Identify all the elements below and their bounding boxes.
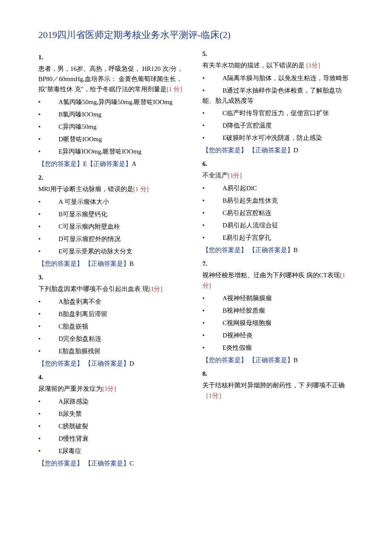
bullet-icon: • xyxy=(202,222,205,229)
question-block: 2.MRl用于诊断主动脉瘤，错误的是[1 分]•A 可显示瘤体大小•B可显示瘤壁… xyxy=(38,172,190,269)
correct-answer-value: B xyxy=(130,260,134,267)
question-text: 患者，男，16岁。高热，呼吸急促， HR120 次/分，BP80／60mmHg,… xyxy=(38,64,190,94)
question-marks: [1分] xyxy=(306,62,320,69)
correct-answer-label: 【正确答案是】 xyxy=(85,260,130,267)
option-line: •B尿失禁 xyxy=(38,409,190,419)
option-line: •C视网膜母细胞瘤 xyxy=(202,318,354,328)
option-line: •E炎性假瘤 xyxy=(202,343,354,353)
option-text: C易引起宫腔粘连 xyxy=(222,209,271,216)
question-number: 5. xyxy=(202,49,354,59)
answer-line: 【您的答案是】 【正确答案是】C xyxy=(38,458,190,468)
bullet-icon: • xyxy=(202,87,205,94)
option-text: E可显示受累的动脉大分支 xyxy=(58,248,133,255)
question-stem: 不全流产 xyxy=(202,172,228,179)
question-text: 下列胎盘因素中哪项不会引起出血表 现[1分] xyxy=(38,284,190,294)
bullet-icon: • xyxy=(38,235,40,242)
correct-answer-value: A xyxy=(132,160,136,167)
option-text: E炎性假瘤 xyxy=(222,344,252,351)
your-answer-label: 【您的答案是】 xyxy=(202,357,247,363)
question-marks: [1分] xyxy=(228,172,242,179)
question-block: 5.有关羊水功能的描述，以下错误的是 [1分]•A隔离羊膜与胎体，以免发生粘连，… xyxy=(202,49,354,155)
option-line: •D降低子宫腔温度 xyxy=(202,120,354,131)
correct-answer-label: 【正确答案是】 xyxy=(87,160,132,167)
question-number: 2. xyxy=(38,172,190,183)
question-text: 有关羊水功能的描述，以下错误的是 [1分] xyxy=(202,60,354,70)
option-text: C可显示瘤内附壁血栓 xyxy=(58,223,120,230)
question-marks: ［1分］ xyxy=(202,392,225,399)
bullet-icon: • xyxy=(202,344,205,351)
question-marks: [1分] xyxy=(149,285,163,292)
answer-line: 【您的答案是】 【正确答案是】D xyxy=(202,145,354,155)
correct-answer-label: 【正确答案是】 xyxy=(249,357,294,363)
option-line: •A易引起DlC xyxy=(202,183,354,193)
content-columns: 1.患者，男，16岁。高热，呼吸急促， HR120 次/分，BP80／60mmH… xyxy=(38,49,354,468)
option-line: •B易引起失血性休克 xyxy=(202,195,354,206)
question-number: 3. xyxy=(38,272,190,282)
question-text: 不全流产[1分] xyxy=(202,170,354,180)
question-block: 7.视神经梭形增粗、迂曲为下列哪种疾 病的CT表现[1分]•A视神经鞘脑膜瘤•B… xyxy=(202,259,354,365)
bullet-icon: • xyxy=(202,122,205,129)
your-answer-label: 【您的答案是】 xyxy=(38,460,83,467)
bullet-icon: • xyxy=(38,298,40,305)
question-text: 视神经梭形增粗、迂曲为下列哪种疾 病的CT表现[1分] xyxy=(202,270,354,291)
option-text: C膀胱破裂 xyxy=(58,423,88,430)
your-answer-label: 【您的答案是】 xyxy=(38,360,83,367)
option-line: •E破膜时羊水可冲洗阴道，防止感染 xyxy=(202,133,354,143)
option-text: D可显示瘤腔外的情况 xyxy=(58,235,121,242)
question-block: 8.关于结核杆菌对异烟肺的耐药性，下 列哪项不正确［1分］ xyxy=(202,369,354,401)
bullet-icon: • xyxy=(38,211,40,218)
answer-line: 【您的答案是】 【正确答案是】B xyxy=(202,355,354,365)
question-number: 4. xyxy=(38,372,190,382)
bullet-icon: • xyxy=(202,320,205,326)
option-text: B氯丙嗪IOOmg xyxy=(58,111,101,118)
option-line: •B通过羊水抽样作染色体检查，了解胎盘功能、胎儿成熟度等 xyxy=(202,85,354,106)
option-line: •A胎盘剥离不全 xyxy=(38,296,190,307)
option-text: E破膜时羊水可冲洗阴道，防止感染 xyxy=(222,134,322,141)
option-text: A尿路感染 xyxy=(58,398,89,405)
option-line: •B可显示瘤壁钙化 xyxy=(38,209,190,219)
question-stem: 视神经梭形增粗、迂曲为下列哪种疾 病的CT表现 xyxy=(202,272,340,279)
bullet-icon: • xyxy=(202,75,205,81)
option-text: B尿失禁 xyxy=(58,410,82,417)
question-text: 尿潴留的严重并发症为[1分] xyxy=(38,384,190,394)
correct-answer-label: 【正确答案是】 xyxy=(249,147,294,154)
option-line: •A视神经鞘脑膜瘤 xyxy=(202,293,354,303)
bullet-icon: • xyxy=(38,323,40,330)
bullet-icon: • xyxy=(202,332,205,339)
option-line: •C可显示瘤内附壁血栓 xyxy=(38,221,190,232)
bullet-icon: • xyxy=(38,348,40,355)
option-line: •D慢性肾衰 xyxy=(38,433,190,444)
bullet-icon: • xyxy=(38,435,40,442)
option-text: D慢性肾衰 xyxy=(58,435,89,442)
option-text: E易引起子宫穿孔 xyxy=(222,234,271,241)
question-stem: 下列胎盘因素中哪项不会引起出血表 现 xyxy=(38,285,149,292)
bullet-icon: • xyxy=(38,398,40,405)
option-text: B可显示瘤壁钙化 xyxy=(58,211,107,218)
option-text: C临产时传导官腔压力，促使宫口扩张 xyxy=(222,110,329,116)
option-line: •D可显示瘤腔外的情况 xyxy=(38,234,190,244)
question-marks: [1 分] xyxy=(167,86,182,93)
question-block: 6.不全流产[1分]•A易引起DlC•B易引起失血性休克•C易引起宫腔粘连•D易… xyxy=(202,159,354,255)
option-text: E异丙嗪IOOmg,哌替咗IOOmg xyxy=(58,148,141,155)
option-line: •E胎盘胎膜残留 xyxy=(38,346,190,356)
option-line: •D完全胎盘粘连 xyxy=(38,334,190,344)
answer-line: 【您的答案是】 【正确答案是】D xyxy=(38,358,190,369)
page-title: 2019四川省医师定期考核业务水平测评-临床(2) xyxy=(38,26,354,44)
question-stem: 有关羊水功能的描述，以下错误的是 xyxy=(202,62,306,69)
option-text: D视神经炎 xyxy=(222,332,253,339)
option-text: C视网膜母细胞瘤 xyxy=(222,320,271,326)
bullet-icon: • xyxy=(202,134,205,141)
bullet-icon: • xyxy=(38,335,40,342)
correct-answer-label: 【正确答案是】 xyxy=(85,360,130,367)
your-answer-value: E xyxy=(83,160,87,167)
bullet-icon: • xyxy=(38,311,40,317)
option-text: B易引起失血性休克 xyxy=(222,197,278,204)
correct-answer-label: 【正确答案是】 xyxy=(249,247,294,253)
question-stem: MRl用于诊断主动脉瘤，错误的是 xyxy=(38,186,133,192)
option-line: •A尿路感染 xyxy=(38,396,190,407)
bullet-icon: • xyxy=(38,447,40,454)
bullet-icon: • xyxy=(202,234,205,241)
question-text: MRl用于诊断主动脉瘤，错误的是[1 分] xyxy=(38,184,190,194)
question-block: 4.尿潴留的严重并发症为[1分]•A尿路感染•B尿失禁•C膀胱破裂•D慢性肾衰•… xyxy=(38,372,190,468)
answer-line: 【您的答案是】 【正确答案是】B xyxy=(202,245,354,255)
